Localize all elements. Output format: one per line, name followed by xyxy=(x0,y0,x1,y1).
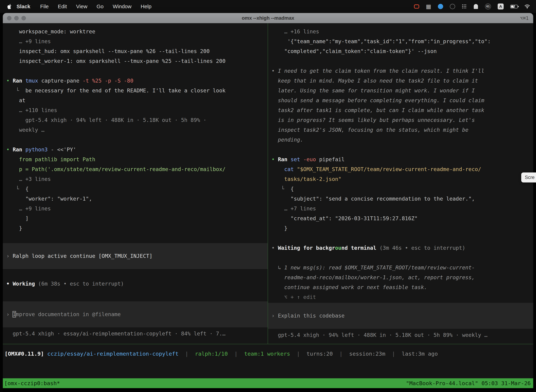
thinking-block: later. Using the same for transition mig… xyxy=(272,86,533,96)
text-segment: set xyxy=(291,156,300,163)
text-segment: Ran xyxy=(13,146,25,153)
window-title-bar[interactable]: omx --xhigh --madmax ⌥⌘1 xyxy=(3,13,533,23)
text-segment: • xyxy=(6,78,13,84)
ran-cat-task-block: "created_at": "2026-03-31T11:59:27.816Z" xyxy=(272,214,533,223)
menu-item-view[interactable]: View xyxy=(72,4,92,9)
prompt-input-band[interactable]: › Improve documentation in @filename xyxy=(3,301,268,327)
text-segment: "subject": "send a concise recommendatio… xyxy=(272,196,475,202)
ran-tmux-capture-block: gpt-5.4 xhigh · 94% left · 488K in · 5.1… xyxy=(6,115,268,125)
text-segment: › xyxy=(6,253,13,259)
config-lines: inspect_worker-1: omx sparkshell --tmux-… xyxy=(6,56,268,66)
input-source-icon[interactable]: A xyxy=(498,4,504,9)
text-segment: be necessary for the end of the README. … xyxy=(25,88,225,93)
working-status-line: • Working (6m 38s • esc to interrupt) xyxy=(6,279,268,289)
text-segment: continue assigned work or next feasible … xyxy=(272,284,427,290)
text-segment: gpt-5.4 xhigh · 94% left · 488K in · 5.1… xyxy=(272,332,488,338)
close-window-button[interactable] xyxy=(7,16,11,20)
text-segment: } xyxy=(6,225,22,231)
battery-charging-icon[interactable]: ϟ xyxy=(510,3,518,10)
text-segment: (6m 38s • esc to interrupt) xyxy=(35,281,124,287)
text-segment: gpt-5.4 xhigh · essay/ai-reimplementatio… xyxy=(6,331,225,337)
text-segment: weekly … xyxy=(6,127,44,133)
app-grid-icon[interactable] xyxy=(462,4,467,9)
ran-tmux-capture-block: └ be necessary for the end of the README… xyxy=(6,86,268,96)
text-segment: -t %25 -p -S -80 xyxy=(83,78,134,84)
text-segment: cczip/essay/ai-reimplementation-copyleft xyxy=(47,350,179,357)
text-segment: cat xyxy=(284,166,297,172)
tmux-session-label[interactable]: [omx-cczip0:bash* xyxy=(4,378,60,388)
thinking-block: • I need to get the claim token from the… xyxy=(272,66,533,76)
ghost-app-icon[interactable] xyxy=(474,3,478,10)
screenshot-tooltip[interactable]: Scre xyxy=(521,173,536,182)
menu-item-window[interactable]: Window xyxy=(108,4,136,9)
pane-footer: gpt-5.4 xhigh · 94% left · 488K in · 5.1… xyxy=(272,330,533,340)
text-segment: p = Path('.omx/state/team/review-current… xyxy=(6,166,225,172)
text-segment: "created_at": "2026-03-31T11:59:27.816Z" xyxy=(272,215,418,221)
spacer xyxy=(272,253,533,263)
dark-circle-app-icon[interactable] xyxy=(450,3,455,10)
text-segment: (3m 46s • esc to interrupt) xyxy=(376,245,465,251)
text-segment: is in progress? It seems likely but perh… xyxy=(272,117,475,123)
left-pane[interactable]: workspace_mode: worktree … +9 lines insp… xyxy=(3,23,268,344)
apple-menu-icon[interactable] xyxy=(7,4,12,9)
ralph-loop-banner: › Ralph loop active continue [OMX_TMUX_I… xyxy=(3,243,268,269)
text-segment: … +7 lines xyxy=(272,205,316,212)
text-segment: ou xyxy=(335,245,341,251)
prompt-suggestion-band[interactable]: › Explain this codebase xyxy=(268,303,533,329)
ran-cat-task-block: └ { xyxy=(272,184,533,194)
menu-items: FileEditViewGoWindowHelp xyxy=(36,4,156,9)
right-pane-content: … +16 lines '{"team_name":"my-team","tas… xyxy=(272,27,533,340)
count-badge-icon[interactable]: 61 xyxy=(485,4,491,9)
config-lines: inspect_hud: omx sparkshell --tmux-pane … xyxy=(6,46,268,56)
minimize-window-button[interactable] xyxy=(14,16,19,20)
text-segment xyxy=(272,166,284,172)
traffic-lights xyxy=(7,13,26,23)
blue-app-icon[interactable] xyxy=(438,3,443,10)
text-segment: nd terminal xyxy=(341,245,376,251)
right-pane[interactable]: … +16 lines '{"team_name":"my-team","tas… xyxy=(268,23,533,344)
text-segment: • xyxy=(272,156,278,163)
text-segment: Ralph loop active continue [OMX_TMUX_INJ… xyxy=(13,253,153,259)
text-segment: pipefail xyxy=(316,156,345,163)
ran-tmux-capture-block: weekly … xyxy=(6,125,268,135)
tmux-panes: workspace_mode: worktree … +9 lines insp… xyxy=(3,23,533,344)
text-segment: … +9 lines xyxy=(6,38,51,44)
text-segment: inspect_hud: omx sparkshell --tmux-pane … xyxy=(6,48,210,54)
menu-item-help[interactable]: Help xyxy=(136,4,156,9)
text-segment: ] xyxy=(6,215,29,221)
text-segment: } xyxy=(272,225,287,231)
wifi-icon[interactable] xyxy=(524,3,530,10)
text-segment: | xyxy=(228,350,244,357)
ran-cat-task-block: … +7 lines xyxy=(272,204,533,214)
menu-item-go[interactable]: Go xyxy=(92,4,108,9)
command-tail-lines: '{"team_name":"my-team","task_id":"1","f… xyxy=(272,37,533,46)
text-segment: ↳ xyxy=(272,265,284,271)
text-segment: team:1 workers xyxy=(244,350,290,357)
mailbox-message-block: ↳ 1 new msg(s): read $OMX_TEAM_STATE_ROO… xyxy=(272,263,533,273)
frontmost-app-menu[interactable]: Slack xyxy=(17,4,30,9)
spacer xyxy=(6,327,268,329)
ran-tmux-capture-block: • Ran tmux capture-pane -t %25 -p -S -80 xyxy=(6,76,268,86)
spacer xyxy=(272,233,533,243)
zoom-window-button[interactable] xyxy=(21,16,26,20)
command-tail-lines: "completed","claim_token":"claim-token"}… xyxy=(272,46,533,56)
widget-grid-icon[interactable]: ▦ xyxy=(426,3,431,10)
mailbox-message-block: ⌥ + ↑ edit xyxy=(272,292,533,302)
text-segment: capture-pane xyxy=(38,78,83,84)
text-segment: … +110 lines xyxy=(6,107,57,113)
text-segment: "$OMX_TEAM_STATE_ROOT/team/review-curren… xyxy=(297,166,481,172)
text-segment: └ xyxy=(6,88,25,93)
mailbox-message-block: readme-and-reco/mailbox/worker-1.json, a… xyxy=(272,273,533,282)
tmux-host-clock-label: "MacBook-Pro-44.local" 05:03 31-Mar-26 xyxy=(406,378,531,388)
screen-recording-indicator-icon[interactable] xyxy=(414,3,419,10)
text-segment: └ xyxy=(6,186,25,192)
charging-bolt-icon: ϟ xyxy=(511,5,517,9)
text-segment: "completed","claim_token":"claim-token"}… xyxy=(272,48,437,54)
menu-item-file[interactable]: File xyxy=(36,4,53,9)
text-segment: | xyxy=(290,350,306,357)
spacer xyxy=(6,233,268,243)
window-title: omx --xhigh --madmax xyxy=(242,15,294,21)
text-segment: Ran xyxy=(278,156,291,163)
waiting-status-line: • Waiting for background terminal (3m 46… xyxy=(272,243,533,253)
menu-item-edit[interactable]: Edit xyxy=(53,4,72,9)
